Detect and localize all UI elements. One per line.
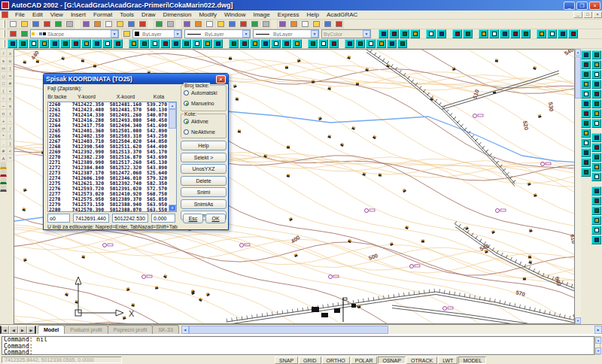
acadgrac-tool-icon[interactable] <box>50 39 59 48</box>
acadgrac-tool-icon[interactable] <box>591 80 601 89</box>
zoom-out-icon[interactable] <box>288 20 299 29</box>
modify-tool-icon[interactable]: | <box>7 64 14 71</box>
grac-tool-icon[interactable] <box>0 177 7 184</box>
draw-tool-icon[interactable]: ▱ <box>0 124 7 132</box>
dbconnect-icon[interactable] <box>260 20 271 29</box>
acadgrac-tool-icon[interactable] <box>591 187 601 196</box>
acadgrac-tool-icon[interactable] <box>229 39 239 48</box>
modify-tool-icon[interactable]: # <box>7 79 14 86</box>
z-coordinate-input[interactable] <box>151 214 175 223</box>
draw-tool-icon[interactable]: + <box>0 117 7 124</box>
acadgrac-tool-icon[interactable] <box>591 70 601 79</box>
acadgrac-tool-icon[interactable] <box>308 39 318 48</box>
acadgrac-tool-icon[interactable] <box>591 109 601 118</box>
draw-tool-icon[interactable]: ○ <box>0 94 7 102</box>
help-button[interactable]: Help <box>181 141 227 150</box>
delete-button[interactable]: Delete <box>181 176 227 186</box>
acadgrac-tool-icon[interactable] <box>389 29 399 38</box>
modify-tool-icon[interactable]: < <box>7 147 14 154</box>
acadgrac-tool-icon[interactable] <box>92 39 102 48</box>
menu-help[interactable]: Help <box>303 11 323 18</box>
acadgrac-tool-icon[interactable] <box>29 39 38 48</box>
chevron-down-icon[interactable]: ▼ <box>363 30 370 38</box>
acadgrac-tool-icon[interactable] <box>139 39 149 48</box>
menu-file[interactable]: File <box>11 11 29 18</box>
status-toggle-ortho[interactable]: ORTHO <box>322 356 350 364</box>
zoom-previous-icon[interactable] <box>215 20 226 29</box>
acadgrac-tool-icon[interactable] <box>591 50 601 59</box>
radio-neaktivne[interactable]: NeAktivne <box>184 128 224 136</box>
acadgrac-tool-icon[interactable] <box>521 29 531 38</box>
cmd-scroll-down-icon[interactable]: ▼ <box>595 347 601 354</box>
toolbar-grip[interactable] <box>3 40 5 47</box>
acadgrac-tool-icon[interactable] <box>581 158 591 167</box>
acadgrac-tool-icon[interactable] <box>591 89 601 99</box>
last-tab-icon[interactable]: ▶ <box>27 326 36 334</box>
acadgrac-tool-icon[interactable] <box>581 99 591 108</box>
modify-tool-icon[interactable]: ) <box>7 139 14 147</box>
print-preview-icon[interactable] <box>53 20 63 29</box>
acadgrac-tool-icon[interactable] <box>581 119 591 128</box>
acadgrac-tool-icon[interactable] <box>581 60 591 69</box>
x-coordinate-input[interactable] <box>112 214 148 223</box>
lineweight-combo[interactable]: ByLayer▼ <box>253 29 319 38</box>
radio-icon[interactable] <box>184 119 189 124</box>
save-as-button[interactable]: SnimiAs <box>181 199 227 209</box>
hscroll-thumb[interactable] <box>189 326 388 334</box>
menu-dimension[interactable]: Dimension <box>160 11 196 18</box>
zoom-window-icon[interactable] <box>204 20 214 29</box>
redline-icon[interactable] <box>299 20 310 29</box>
acadgrac-tool-icon[interactable] <box>113 39 123 48</box>
acadgrac-tool-icon[interactable] <box>345 39 354 48</box>
acadgrac-tool-icon[interactable] <box>426 29 436 38</box>
status-toggle-polar[interactable]: POLAR <box>351 356 378 364</box>
acadgrac-tool-icon[interactable] <box>581 89 591 99</box>
tab-sk-33[interactable]: SK-33 <box>152 325 178 334</box>
acadgrac-tool-icon[interactable] <box>591 99 601 108</box>
color-combo[interactable]: ByLayer▼ <box>132 29 182 38</box>
ok-button[interactable]: OK <box>205 214 226 223</box>
drawing-horizontal-scrollbar[interactable]: ◀ ▶ <box>181 326 602 334</box>
match-properties-icon[interactable] <box>114 20 125 29</box>
draw-tool-icon[interactable]: ( <box>0 86 7 94</box>
acadgrac-tool-icon[interactable] <box>510 29 520 38</box>
today-icon[interactable] <box>154 20 164 29</box>
linetype-combo[interactable]: ByLayer▼ <box>184 29 251 38</box>
prev-tab-icon[interactable]: ◀ <box>9 326 18 334</box>
acadgrac-tool-icon[interactable] <box>329 39 339 48</box>
menu-express[interactable]: Express <box>274 11 303 18</box>
layer-combo[interactable]: Skarpe▼ <box>30 29 119 38</box>
acadgrac-tool-icon[interactable] <box>366 39 375 48</box>
acadgrac-tool-icon[interactable] <box>547 29 557 38</box>
open-icon[interactable] <box>19 20 29 29</box>
mdi-close-icon[interactable]: × <box>593 11 602 18</box>
redo-icon[interactable] <box>137 20 147 29</box>
esc-button[interactable]: Esc <box>183 214 203 223</box>
acadgrac-tool-icon[interactable] <box>558 29 567 38</box>
acadgrac-tool-icon[interactable] <box>397 39 407 48</box>
print-icon[interactable] <box>41 20 52 29</box>
menu-window[interactable]: Window <box>220 11 249 18</box>
acadgrac-tool-icon[interactable] <box>591 143 601 152</box>
acadgrac-tool-icon[interactable] <box>202 39 212 48</box>
acadgrac-tool-icon[interactable] <box>463 29 473 38</box>
modify-tool-icon[interactable]: c <box>7 94 14 102</box>
acadgrac-tool-icon[interactable] <box>452 29 462 38</box>
acadgrac-tool-icon[interactable] <box>591 172 601 181</box>
acadgrac-tool-icon[interactable] <box>376 39 386 48</box>
layer-previous-icon[interactable] <box>19 29 29 38</box>
table-scroll-up-icon[interactable]: ▲ <box>169 102 176 109</box>
table-scroll-down-icon[interactable]: ▼ <box>169 205 176 211</box>
scroll-right-icon[interactable]: ▶ <box>594 326 602 334</box>
acadgrac-tool-icon[interactable] <box>581 80 591 89</box>
next-tab-icon[interactable]: ▶ <box>18 326 27 334</box>
acadgrac-tool-icon[interactable] <box>591 206 601 215</box>
acadgrac-tool-icon[interactable] <box>171 39 181 48</box>
acadgrac-tool-icon[interactable] <box>500 29 509 38</box>
modify-tool-icon[interactable]: t <box>7 109 14 117</box>
modify-tool-icon[interactable]: + <box>7 86 14 94</box>
acadgrac-tool-icon[interactable] <box>410 29 420 38</box>
active-assistance-icon[interactable] <box>249 20 260 29</box>
acadgrac-tool-icon[interactable] <box>379 29 388 38</box>
acadgrac-tool-icon[interactable] <box>81 39 91 48</box>
